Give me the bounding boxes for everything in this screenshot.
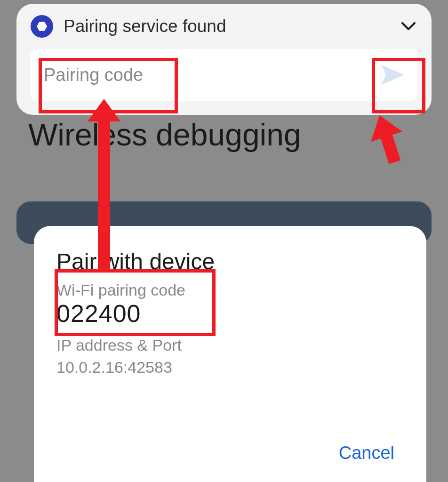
pairing-code-value: 022400 <box>56 299 404 328</box>
service-icon <box>31 15 53 38</box>
pair-dialog: Pair with device Wi-Fi pairing code 0224… <box>34 226 426 482</box>
send-icon <box>381 64 405 85</box>
send-button[interactable] <box>368 49 417 101</box>
pairing-code-label: Wi-Fi pairing code <box>56 281 404 299</box>
pairing-notification: Pairing service found <box>16 4 432 115</box>
pairing-code-input[interactable] <box>31 49 368 101</box>
page-title: Wireless debugging <box>28 117 301 153</box>
input-row <box>31 49 417 101</box>
ip-port-value: 10.0.2.16:42583 <box>56 358 404 377</box>
cancel-button[interactable]: Cancel <box>329 438 404 468</box>
notification-title: Pairing service found <box>64 16 389 36</box>
dialog-title: Pair with device <box>56 249 404 274</box>
notification-header: Pairing service found <box>31 15 417 38</box>
chevron-down-icon[interactable] <box>400 17 417 35</box>
dialog-actions: Cancel <box>56 419 404 468</box>
ip-port-label: IP address & Port <box>56 336 404 354</box>
